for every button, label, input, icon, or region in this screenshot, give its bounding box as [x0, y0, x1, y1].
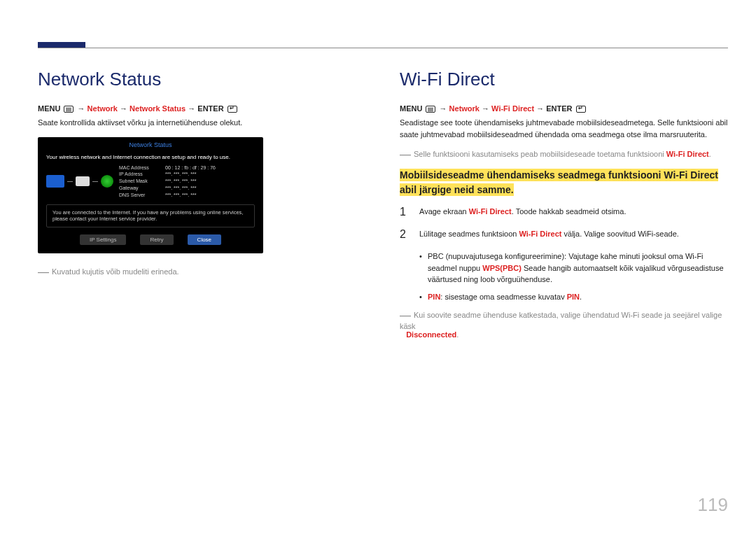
wifi-direct-desc: Seadistage see toote ühendamiseks juhtme…	[400, 117, 728, 140]
bullet-pin: PIN: sisestage oma seadmesse kuvatav PIN…	[419, 291, 728, 303]
ss-title: Network Status	[38, 137, 263, 151]
sub-bullets: PBC (nupuvajutusega konfigureerimine): V…	[419, 251, 728, 302]
header-rule	[38, 48, 728, 48]
steps-heading-highlight: Mobiilsideseadme ühendamiseks seadmega f…	[400, 168, 728, 197]
globe-icon	[101, 175, 113, 188]
menu-path-wifi-direct: MENU → Network → Wi-Fi Direct → ENTER	[400, 104, 728, 113]
disconnect-note: ―Kui soovite seadme ühenduse katkestada,…	[400, 309, 728, 339]
step-1: 1 Avage ekraan Wi-Fi Direct. Toode hakka…	[400, 206, 728, 218]
router-icon	[76, 176, 90, 186]
ss-ready-msg: Your wireless network and Internet conne…	[46, 154, 255, 160]
enter-icon	[227, 106, 237, 113]
connection-diagram	[46, 175, 113, 188]
page-body: Network Status MENU → Network → Network …	[38, 69, 728, 339]
header-accent-bar	[38, 42, 85, 48]
menu-icon	[64, 106, 74, 113]
menu-icon	[426, 106, 435, 113]
enter-icon	[576, 106, 586, 113]
network-info-table: MAC Address00 : 12 : fb : df : 29 : 76 I…	[119, 164, 216, 199]
ip-settings-button[interactable]: IP Settings	[80, 234, 127, 245]
wifi-direct-support-note: ―Selle funktsiooni kasutamiseks peab mob…	[400, 148, 728, 161]
heading-wifi-direct: Wi-Fi Direct	[400, 69, 728, 90]
network-status-desc: Saate kontrollida aktiivset võrku ja int…	[38, 117, 366, 129]
page-number: 119	[698, 494, 728, 516]
left-column: Network Status MENU → Network → Network …	[38, 69, 366, 339]
menu-path-network-status: MENU → Network → Network Status → ENTER	[38, 104, 366, 113]
image-note: ―Kuvatud kujutis võib mudeliti erineda.	[38, 266, 366, 279]
heading-network-status: Network Status	[38, 69, 366, 90]
bullet-pbc: PBC (nupuvajutusega konfigureerimine): V…	[419, 251, 728, 286]
right-column: Wi-Fi Direct MENU → Network → Wi-Fi Dire…	[400, 69, 728, 339]
step-2: 2 Lülitage seadmes funktsioon Wi-Fi Dire…	[400, 228, 728, 241]
tv-icon	[46, 175, 64, 188]
steps-list: 1 Avage ekraan Wi-Fi Direct. Toode hakka…	[400, 206, 728, 241]
close-button[interactable]: Close	[188, 234, 221, 245]
network-status-screenshot: Network Status Your wireless network and…	[38, 137, 263, 253]
ss-connected-info: You are connected to the Internet. If yo…	[46, 204, 255, 228]
retry-button[interactable]: Retry	[140, 234, 173, 245]
